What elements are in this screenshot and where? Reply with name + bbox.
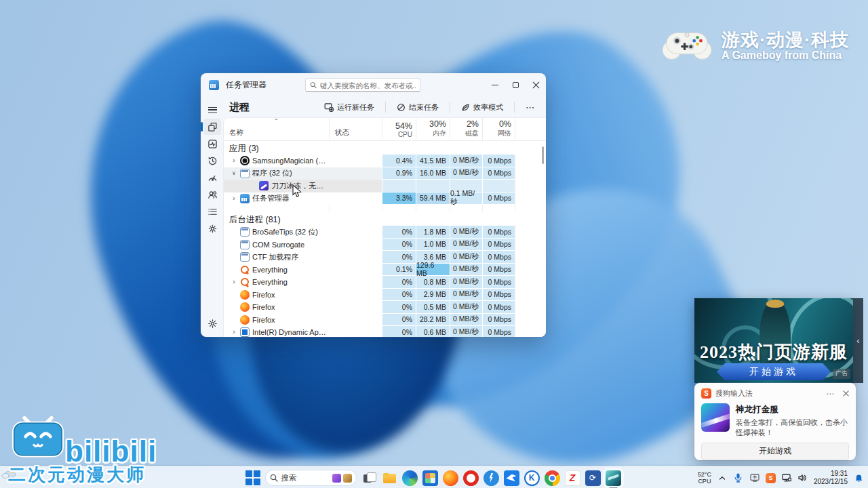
column-header-name[interactable]: ˆ 名称 [224, 118, 329, 140]
sidebar-item-details[interactable] [203, 203, 221, 220]
process-row[interactable]: ∨程序 (32 位)0.9%16.0 MB0 MB/秒0 Mbps [224, 167, 546, 180]
toolbar-more-button[interactable]: ⋯ [521, 101, 539, 114]
performance-icon [208, 139, 218, 149]
notification-bell-icon[interactable] [853, 472, 864, 483]
process-row[interactable]: CTF 加载程序0%3.6 MB0 MB/秒0 Mbps [224, 251, 546, 264]
cast-icon[interactable] [749, 472, 760, 483]
firefox-icon[interactable] [443, 470, 458, 486]
column-header-network[interactable]: 0% 网络 [482, 118, 515, 140]
display-network-icon[interactable] [781, 472, 792, 483]
chevron-left-icon: ‹ [856, 336, 859, 346]
run-new-task-button[interactable]: 运行新任务 [320, 100, 378, 115]
cell-status [329, 314, 382, 327]
sidebar-item-processes[interactable] [203, 119, 221, 135]
chevron-expanded-icon[interactable]: ∨ [231, 171, 237, 176]
process-row[interactable]: Everything0.1%129.6 MB0 MB/秒0 Mbps [224, 264, 546, 277]
process-group-header[interactable]: 应用 (3) [224, 141, 546, 155]
ad-collapse-button[interactable]: ‹ [853, 298, 863, 383]
details-icon [208, 207, 218, 217]
sidebar-item-startup-apps[interactable] [203, 169, 221, 186]
k-player-icon[interactable]: K [524, 470, 540, 486]
process-row[interactable]: ›SamsungMagician (32 位) (5)0.4%41.5 MB0 … [224, 155, 546, 167]
chevron-collapsed-icon[interactable]: › [231, 279, 237, 285]
game-ad-popup[interactable]: 2023热门页游新服 开始游戏 广告 [694, 298, 853, 383]
chrome-icon[interactable] [545, 470, 560, 486]
ad-title: 2023热门页游新服 [694, 340, 853, 364]
cell-cpu: 3.3% [382, 192, 416, 205]
search-highlight-icon[interactable] [343, 474, 352, 483]
column-header-status[interactable]: 状态 [329, 118, 382, 140]
titlebar[interactable]: 任务管理器 [201, 73, 546, 96]
maximize-button[interactable] [505, 73, 526, 96]
notification-close-button[interactable] [843, 390, 849, 396]
column-header-cpu[interactable]: 54% CPU [382, 118, 416, 140]
process-name: Everything [252, 266, 288, 274]
close-button[interactable] [526, 73, 546, 96]
task-manager-search[interactable] [305, 78, 420, 92]
process-row[interactable]: Firefox0%2.9 MB0 MB/秒0 Mbps [224, 289, 546, 302]
process-row[interactable]: Firefox0%0.5 MB0 MB/秒0 Mbps [224, 301, 546, 314]
notification-more-button[interactable]: ⋯ [826, 389, 835, 399]
cell-net: 0 Mbps [482, 314, 515, 327]
sidebar-item-services[interactable] [203, 220, 221, 237]
clock-widget[interactable]: 19:312023/12/15 [814, 470, 848, 487]
ad-start-game-button[interactable]: 开始游戏 [717, 363, 831, 380]
column-header-disk[interactable]: 2% 磁盘 [450, 118, 482, 140]
cell-mem: 41.5 MB [416, 155, 450, 167]
opera-icon[interactable] [463, 470, 479, 486]
minimize-button[interactable] [485, 73, 505, 96]
process-name: BroSafeTips (32 位) [252, 227, 318, 237]
processes-icon [208, 122, 218, 132]
app-grid-icon[interactable] [422, 470, 438, 486]
thunder-app-icon[interactable] [504, 470, 519, 486]
search-input[interactable] [320, 81, 416, 89]
chevron-collapsed-icon[interactable]: › [231, 195, 237, 202]
branding-title: 游戏·动漫·科技 [722, 30, 849, 49]
process-row[interactable]: ›Everything0%0.8 MB0 MB/秒0 Mbps [224, 276, 546, 289]
game-app-icon-active[interactable] [606, 470, 621, 486]
microphone-icon[interactable] [733, 472, 744, 483]
tray-chevron-up-icon[interactable] [717, 472, 728, 483]
desktop-icon[interactable] [1, 468, 16, 483]
task-view-button[interactable] [361, 470, 377, 486]
vertical-scrollbar[interactable] [542, 146, 544, 164]
column-header-memory[interactable]: 30% 内存 [416, 118, 450, 140]
process-name: Firefox [252, 316, 275, 324]
sidebar-item-app-history[interactable] [203, 152, 221, 169]
red-z-app-icon[interactable]: Z [565, 470, 580, 486]
cell-mem: 0.5 MB [416, 301, 450, 314]
sogou-notification[interactable]: S 搜狗输入法 ⋯ 神龙打金服 装备全靠打，高保值回收，击杀小怪爆神装！ 开始游… [694, 383, 856, 460]
cell-status [329, 289, 382, 302]
process-row[interactable]: 刀刀冰冻，无限挂机，海... [224, 180, 546, 192]
cell-net: 0 Mbps [482, 239, 515, 251]
cell-status [329, 301, 382, 314]
chevron-collapsed-icon[interactable]: › [231, 329, 237, 336]
process-row[interactable]: COM Surrogate0%1.0 MB0 MB/秒0 Mbps [224, 239, 546, 251]
efficiency-mode-button[interactable]: 效率模式 [457, 100, 507, 115]
process-row[interactable]: BroSafeTips (32 位)0%1.8 MB0 MB/秒0 Mbps [224, 226, 546, 239]
edge-browser-icon[interactable] [402, 470, 418, 486]
end-task-button[interactable]: 结束任务 [393, 100, 443, 115]
lightning-app-icon[interactable] [484, 470, 499, 486]
process-row[interactable]: ›Intel(R) Dynamic Applicatio...0%0.6 MB0… [224, 326, 546, 337]
samsung-process-icon [240, 156, 250, 165]
start-button[interactable] [245, 470, 260, 485]
sogou-tray-icon[interactable]: S [766, 473, 776, 483]
cpu-temperature-widget[interactable]: 52°CCPU [698, 471, 711, 485]
process-row[interactable]: Firefox0%28.2 MB0 MB/秒0 Mbps [224, 314, 546, 327]
sidebar-item-settings[interactable] [203, 315, 221, 331]
file-explorer-icon[interactable] [382, 470, 397, 486]
cell-net: 0 Mbps [482, 264, 515, 277]
sync-app-icon[interactable]: ⟳ [585, 470, 601, 486]
search-highlight-icon[interactable] [332, 474, 341, 483]
process-group-header[interactable]: 后台进程 (81) [224, 212, 546, 226]
notification-start-game-button[interactable]: 开始游戏 [701, 443, 849, 460]
process-name: 刀刀冰冻，无限挂机，海... [271, 181, 329, 191]
sidebar-menu-button[interactable] [203, 102, 221, 118]
process-row[interactable]: ›任务管理器3.3%59.4 MB0.1 MB/秒0 Mbps [224, 192, 546, 205]
sidebar-item-performance[interactable] [203, 136, 221, 152]
taskbar-search-box[interactable]: 搜索 [265, 470, 357, 486]
volume-icon[interactable] [797, 472, 808, 483]
chevron-collapsed-icon[interactable]: › [231, 157, 237, 164]
sidebar-item-users[interactable] [203, 186, 221, 203]
